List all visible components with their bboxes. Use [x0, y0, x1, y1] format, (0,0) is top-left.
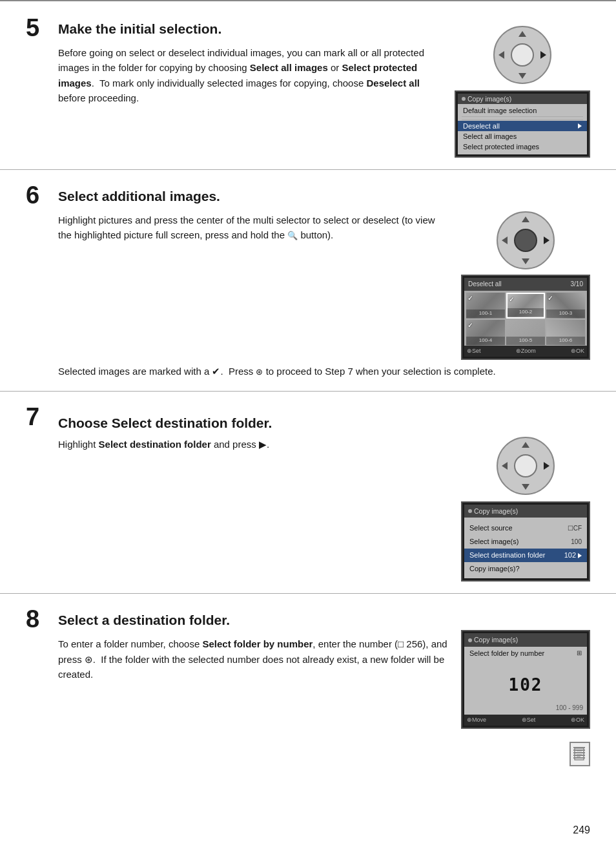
section-step5: 5 Make the initial selection. Before goi… [0, 0, 616, 170]
step6-body: Highlight pictures and press the center … [26, 213, 590, 379]
dial-outer [493, 26, 551, 84]
step8-screen-title: Copy image(s) [464, 633, 587, 646]
book-icon-container [461, 742, 590, 766]
step7-dest-right: 102 [564, 550, 582, 561]
step7-arrow-icon [578, 553, 582, 558]
step6-number: 6 [26, 183, 49, 207]
dial6-right-icon [544, 236, 549, 244]
step8-text: To enter a folder number, choose Select … [58, 636, 590, 766]
step5-menu: Default image selection Deselect all Sel… [458, 104, 587, 154]
step7-images-val: 100 [571, 537, 582, 547]
section-step6: 6 Select additional images. Highlight pi… [0, 170, 616, 392]
thumb-2-check-icon: ✓ [509, 295, 514, 305]
dial-arrow-right-icon [540, 51, 546, 59]
dial6-up-icon [522, 216, 529, 222]
step7-dest-val: 102 [564, 550, 576, 561]
step5-number: 5 [26, 16, 49, 40]
step6-thumb-grid: ✓ 100-1 ✓ 100-2 [464, 291, 587, 346]
step6-bar-set: ⊕Set [467, 347, 481, 356]
step7-source-val: ☐CF [568, 523, 582, 534]
dial-center [511, 43, 534, 67]
step5-title: Make the initial selection. [58, 16, 221, 37]
step6-bottom-bar: ⊕Set ⊛Zoom ⊛OK [464, 346, 587, 357]
dial6-center [514, 229, 537, 252]
step5-menu-selectprotected: Select protected images [458, 142, 587, 152]
thumb-1: ✓ 100-1 [466, 293, 505, 319]
dial7-center [514, 454, 537, 477]
step8-bar-ok: ⊛OK [571, 716, 584, 725]
dial-arrow-up-icon [518, 31, 526, 37]
step8-number: 8 [26, 607, 49, 631]
step8-screen: Copy image(s) Select folder by number ⊞ … [461, 630, 590, 729]
step7-menu-source: Select source ☐CF [464, 521, 587, 535]
dial7-up-icon [522, 442, 529, 448]
section-step7: 7 Choose Select destination folder. High… [0, 392, 616, 594]
step5-body: Before going on select or deselect indiv… [26, 45, 590, 158]
page-number: 249 [573, 824, 590, 836]
step5-menu-selectall: Select all images [458, 131, 587, 142]
thumb-2: ✓ 100-2 [506, 293, 545, 319]
step8-subtitle-row: Select folder by number ⊞ [464, 647, 587, 660]
ok-circle-icon: ⊛ [256, 367, 263, 377]
thumb-6-label: 100-6 [546, 337, 585, 344]
book-icon-svg [574, 748, 586, 760]
step8-right-panel: Copy image(s) Select folder by number ⊞ … [461, 630, 590, 766]
step8-number-display: 102 [509, 675, 543, 695]
step7-dial [497, 437, 555, 495]
step6-right-panel: Deselect all 3/10 ✓ 100-1 [461, 213, 590, 360]
step8-range: 100 - 999 [464, 703, 587, 715]
step7-body: Highlight Select destination folder and … [26, 437, 590, 582]
step7-screen-title: Copy image(s) [464, 505, 587, 518]
thumb-4: ✓ 100-4 [466, 320, 505, 346]
book-reference-icon [570, 742, 590, 766]
step5-screen: Copy image(s) Default image selection De… [455, 90, 590, 158]
menu-sep2 [462, 120, 583, 120]
step8-bottom-bar: ⊕Move ⊛Set ⊛OK [464, 715, 587, 726]
step6-screen: Deselect all 3/10 ✓ 100-1 [461, 275, 590, 360]
dial-arrow-left-icon [498, 51, 504, 59]
screen8-dot-icon [468, 638, 472, 642]
thumb-5: 100-5 [506, 320, 545, 346]
thumb-5-label: 100-5 [506, 337, 545, 344]
thumb-grid: ✓ 100-1 ✓ 100-2 [466, 293, 585, 346]
step5-menu-default: Default image selection [458, 105, 587, 116]
screen7-dot-icon [468, 509, 472, 513]
step5-screen-content: Copy image(s) Default image selection De… [458, 94, 587, 154]
step7-text: Highlight Select destination folder and … [58, 437, 590, 582]
magnify-icon: 🔍 [287, 231, 298, 240]
page: 5 Make the initial selection. Before goi… [0, 0, 616, 849]
step6-counter: 3/10 [571, 279, 583, 289]
step7-text-main: Highlight Select destination folder and … [58, 437, 448, 452]
step8-badge: ⊞ [577, 648, 582, 658]
dial-arrow-down-icon [518, 73, 526, 79]
step8-title: Select a destination folder. [58, 607, 230, 629]
dial7-down-icon [522, 484, 529, 490]
step8-text-main: To enter a folder number, choose Select … [58, 636, 448, 682]
step6-dial [497, 211, 555, 269]
step6-text-main: Highlight pictures and press the center … [58, 213, 448, 243]
svg-rect-0 [575, 748, 584, 760]
step5-right: Copy image(s) Default image selection De… [455, 45, 590, 158]
step8-bar-set: ⊛Set [522, 716, 536, 725]
dial-outer-6 [497, 211, 555, 269]
thumb-4-label: 100-4 [466, 337, 505, 344]
step5-screen-title: Copy image(s) [458, 94, 587, 104]
step7-right-panel: Copy image(s) Select source ☐CF Select i… [461, 437, 590, 582]
screen-dot-icon [462, 97, 466, 101]
step6-header: 6 Select additional images. [26, 183, 590, 207]
step5-text: Before going on select or deselect indiv… [58, 45, 442, 105]
thumb-3: ✓ 100-3 [546, 293, 585, 319]
step7-menu-copy: Copy image(s)? [464, 562, 587, 576]
step7-screen: Copy image(s) Select source ☐CF Select i… [461, 501, 590, 582]
step7-number: 7 [26, 404, 49, 429]
step7-header: 7 Choose Select destination folder. [26, 404, 590, 432]
step7-menu: Select source ☐CF Select image(s) 100 Se… [464, 518, 587, 578]
thumb-6: 100-6 [546, 320, 585, 346]
step6-text-lower: Selected images are marked with a ✔. Pre… [58, 364, 590, 379]
menu-arrow-icon [578, 123, 582, 129]
thumb-4-check-icon: ✓ [467, 320, 473, 331]
dial6-left-icon [502, 236, 508, 244]
dial7-left-icon [502, 462, 508, 470]
step6-title: Select additional images. [58, 183, 220, 205]
thumb-1-label: 100-1 [466, 309, 505, 317]
